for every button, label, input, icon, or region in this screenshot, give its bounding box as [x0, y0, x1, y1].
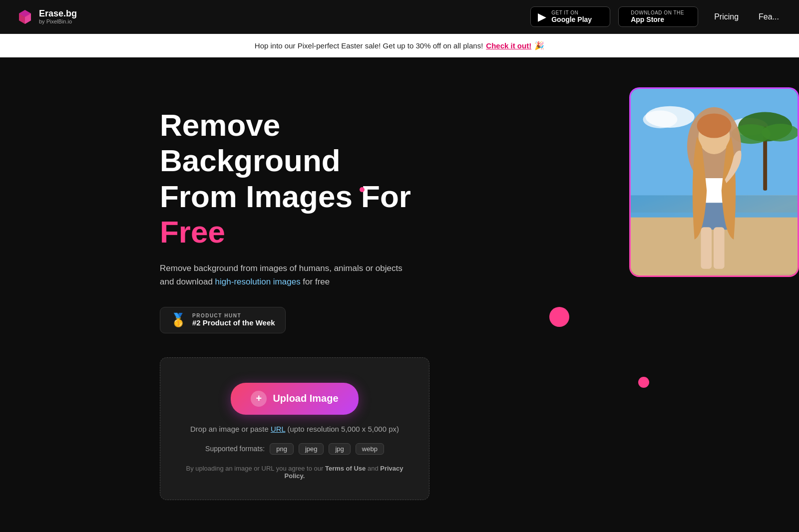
svg-rect-16: [714, 227, 725, 268]
hero-description: Remove background from images of humans,…: [160, 262, 409, 288]
upload-btn-label: Upload Image: [273, 393, 338, 404]
format-png: png: [270, 443, 294, 455]
logo-link[interactable]: Erase.bg by PixelBin.io: [16, 8, 77, 26]
logo-sub: by PixelBin.io: [39, 18, 77, 24]
app-store-btn[interactable]: Download on the App Store: [618, 6, 698, 27]
svg-rect-15: [701, 227, 712, 268]
hero-content: Remove Background From Images For Free R…: [160, 97, 449, 500]
format-jpeg: jpeg: [299, 443, 324, 455]
hero-desc-end: for free: [301, 277, 330, 286]
decorative-dot-medium: [638, 377, 649, 388]
app-store-pre-label: Download on the: [631, 10, 684, 15]
terms-text: By uploading an image or URL you agree t…: [175, 465, 414, 480]
navbar: Erase.bg by PixelBin.io ▶ GET IT ON Goog…: [0, 0, 799, 34]
decorative-dot-small: [360, 187, 365, 192]
drop-hint-suffix: (upto resolution 5,000 x 5,000 px): [285, 425, 399, 433]
hero-section: Remove Background From Images For Free R…: [0, 57, 799, 530]
hero-desc-highlight[interactable]: high-resolution images: [215, 277, 301, 286]
preview-svg: [631, 87, 798, 275]
nav-right: ▶ GET IT ON Google Play Download on the …: [530, 6, 783, 27]
terms-and: and: [366, 465, 380, 472]
google-play-name: Google Play: [551, 15, 592, 23]
supported-formats-row: Supported formats: png jpeg jpg webp: [205, 443, 384, 455]
hero-title-free: Free: [160, 215, 225, 249]
logo-icon: [16, 8, 34, 26]
svg-point-2: [643, 111, 678, 128]
google-play-btn[interactable]: ▶ GET IT ON Google Play: [530, 6, 610, 27]
hero-title-line1: Remove Background: [160, 108, 341, 178]
features-link[interactable]: Fea...: [755, 8, 783, 25]
preview-image: [631, 89, 798, 275]
ph-text: PRODUCT HUNT #2 Product of the Week: [192, 313, 275, 327]
upload-drop-zone[interactable]: + Upload Image Drop an image or paste UR…: [160, 357, 429, 500]
image-preview-card: [629, 87, 799, 277]
ph-rank: #2 Product of the Week: [192, 318, 275, 327]
logo-text: Erase.bg by PixelBin.io: [39, 9, 77, 25]
app-store-name: App Store: [631, 15, 684, 23]
product-hunt-badge: 🥇 PRODUCT HUNT #2 Product of the Week: [160, 307, 286, 333]
promo-link[interactable]: Check it out!: [486, 41, 531, 50]
terms-prefix: By uploading an image or URL you agree t…: [186, 465, 325, 472]
drop-hint: Drop an image or paste URL (upto resolut…: [190, 425, 399, 433]
svg-point-7: [762, 124, 798, 141]
promo-emoji: 🎉: [534, 41, 544, 50]
svg-point-18: [697, 113, 732, 138]
google-play-text: GET IT ON Google Play: [551, 10, 592, 23]
drop-hint-prefix: Drop an image or paste: [190, 425, 271, 433]
plus-icon: +: [251, 391, 267, 407]
upload-image-button[interactable]: + Upload Image: [231, 383, 358, 415]
hero-title-line2: From Images For: [160, 179, 411, 214]
app-store-text: Download on the App Store: [631, 10, 684, 23]
format-jpg: jpg: [329, 443, 350, 455]
google-play-pre-label: GET IT ON: [551, 10, 592, 15]
hero-image-area: [589, 82, 799, 277]
medal-icon: 🥇: [170, 312, 186, 328]
google-play-icon: ▶: [538, 11, 546, 22]
formats-label: Supported formats:: [205, 445, 265, 453]
decorative-dot-large: [549, 307, 569, 327]
hero-title: Remove Background From Images For Free: [160, 107, 449, 250]
logo-title: Erase.bg: [39, 9, 77, 19]
terms-of-use-link[interactable]: Terms of Use: [325, 465, 366, 472]
promo-banner: Hop into our Pixel-perfect Easter sale! …: [0, 34, 799, 57]
pricing-link[interactable]: Pricing: [706, 8, 747, 25]
ph-label: PRODUCT HUNT: [192, 313, 275, 318]
format-webp: webp: [356, 443, 384, 455]
promo-text: Hop into our Pixel-perfect Easter sale! …: [255, 41, 483, 50]
url-link[interactable]: URL: [271, 425, 285, 433]
